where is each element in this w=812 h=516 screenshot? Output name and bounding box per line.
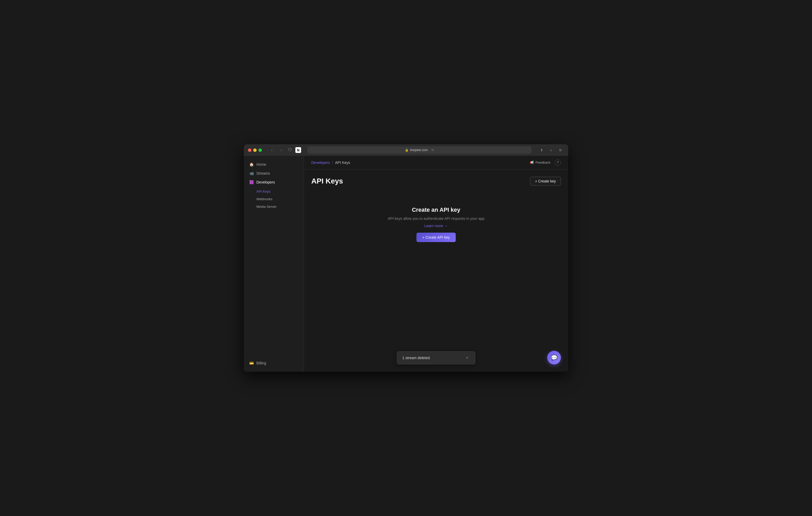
forward-button[interactable]: › [278, 146, 285, 154]
breadcrumb: Developers / API Keys [311, 160, 350, 165]
app-container: 🏠 Home 📹 Streams 🟪 Developers API Keys W… [244, 156, 568, 372]
billing-icon: 💳 [249, 361, 254, 365]
sidebar-label-streams: Streams [256, 171, 270, 175]
sidebar-item-home[interactable]: 🏠 Home [244, 160, 304, 169]
api-keys-label: API Keys [256, 189, 270, 193]
create-api-key-button[interactable]: + Create API key [416, 233, 456, 242]
sidebar-label-billing: Billing [256, 361, 266, 365]
tab-overview-button[interactable]: ⊞ [557, 146, 564, 154]
sidebar-sub-section: API Keys Webhooks Media Server [244, 188, 304, 210]
sidebar-sub-item-media-server[interactable]: Media Server [244, 203, 304, 210]
chat-icon: 💬 [551, 355, 557, 361]
notion-icon: N [295, 147, 301, 153]
help-button[interactable]: ? [555, 159, 561, 166]
page-header: API Keys + Create key [311, 177, 561, 186]
toast-message: 1 stream deleted. [402, 356, 459, 360]
help-icon: ? [557, 160, 558, 164]
sidebar-item-developers[interactable]: 🟪 Developers [244, 178, 304, 187]
breadcrumb-parent-link[interactable]: Developers [311, 160, 330, 165]
page-content: API Keys + Create key Create an API key … [304, 170, 568, 372]
sidebar: 🏠 Home 📹 Streams 🟪 Developers API Keys W… [244, 156, 304, 372]
traffic-lights [248, 149, 262, 152]
sidebar-sub-item-webhooks[interactable]: Webhooks [244, 195, 304, 203]
sidebar-sub-item-api-keys[interactable]: API Keys [244, 188, 304, 195]
shield-icon: 🛡 [288, 148, 292, 152]
breadcrumb-separator: / [332, 160, 333, 165]
create-key-button[interactable]: + Create key [530, 177, 561, 186]
toast: 1 stream deleted. × [397, 351, 475, 364]
lock-icon: 🔒 [405, 149, 409, 152]
browser-window: ‹ › 🛡 N 🔒 livepeer.com ↻ ⬆ + ⊞ 🏠 Home 📹 … [244, 144, 568, 372]
create-key-label: + Create key [535, 179, 556, 183]
top-bar: Developers / API Keys 📢 Feedback ? [304, 156, 568, 170]
developers-icon: 🟪 [249, 180, 254, 185]
main-content: Developers / API Keys 📢 Feedback ? [304, 156, 568, 372]
browser-titlebar: ‹ › 🛡 N 🔒 livepeer.com ↻ ⬆ + ⊞ [244, 144, 568, 156]
fullscreen-traffic-light[interactable] [258, 149, 262, 152]
toast-close-button[interactable]: × [465, 355, 470, 361]
sidebar-label-home: Home [256, 162, 266, 166]
back-button[interactable]: ‹ [268, 146, 276, 154]
share-button[interactable]: ⬆ [538, 146, 545, 154]
media-server-label: Media Server [256, 205, 277, 209]
address-bar[interactable]: 🔒 livepeer.com ↻ [308, 146, 531, 154]
new-tab-button[interactable]: + [547, 146, 555, 154]
empty-state-title: Create an API key [412, 207, 460, 213]
empty-state-description: API keys allow you to authenticate API r… [388, 216, 485, 221]
chat-bubble-button[interactable]: 💬 [547, 351, 561, 364]
page-title: API Keys [311, 177, 343, 185]
streams-icon: 📹 [249, 171, 254, 176]
feedback-icon: 📢 [530, 160, 534, 164]
close-traffic-light[interactable] [248, 149, 252, 152]
browser-actions: ⬆ + ⊞ [538, 146, 564, 154]
toast-container: 1 stream deleted. × [397, 351, 475, 364]
breadcrumb-current: API Keys [335, 160, 350, 165]
create-api-key-label: + Create API key [422, 235, 450, 239]
minimize-traffic-light[interactable] [253, 149, 257, 152]
feedback-label: Feedback [535, 160, 550, 164]
url-display: livepeer.com [410, 148, 428, 152]
sidebar-item-billing[interactable]: 💳 Billing [244, 359, 304, 367]
sidebar-item-streams[interactable]: 📹 Streams [244, 169, 304, 178]
feedback-button[interactable]: 📢 Feedback [530, 160, 550, 164]
empty-state: Create an API key API keys allow you to … [311, 207, 561, 242]
learn-more-link[interactable]: Learn more → [424, 224, 447, 228]
home-icon: 🏠 [249, 162, 254, 167]
refresh-icon[interactable]: ↻ [431, 148, 434, 152]
sidebar-label-developers: Developers [256, 180, 275, 184]
webhooks-label: Webhooks [256, 197, 272, 201]
top-bar-actions: 📢 Feedback ? [530, 159, 561, 166]
browser-controls: ‹ › [268, 146, 285, 154]
